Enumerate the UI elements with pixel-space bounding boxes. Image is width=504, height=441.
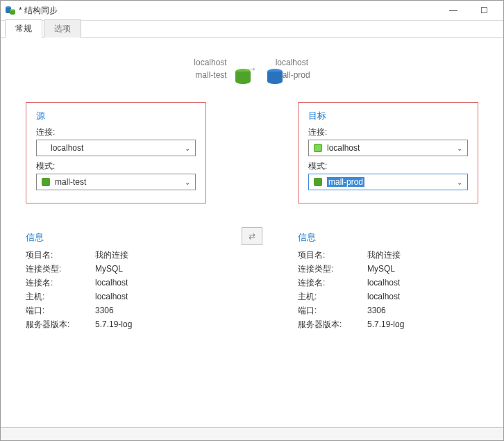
label-project: 项目名: [298,248,367,262]
minimize-icon: — [449,6,457,15]
target-pane: 目标 连接: localhost ⌄ 模式: mall-prod ⌄ [298,102,478,331]
target-server-ver: 5.7.19-log [367,317,404,331]
target-box: 目标 连接: localhost ⌄ 模式: mall-prod ⌄ [298,102,478,203]
source-title: 源 [36,110,196,122]
label-host: 主机: [298,290,367,303]
label-server-ver: 服务器版本: [26,317,95,331]
target-schema-value: mall-prod [327,177,455,187]
label-port: 端口: [298,303,367,317]
target-host: localhost [367,290,400,303]
chevron-down-icon: ⌄ [455,144,464,152]
source-info: 信息 项目名:我的连接 连接类型:MySQL 连接名:localhost 主机:… [26,231,206,331]
source-info-title: 信息 [26,231,206,244]
chevron-down-icon: ⌄ [183,178,192,186]
summary-row: localhost mall-test → localhost mall-pro… [26,56,478,81]
swap-icon: ⇄ [249,231,255,241]
target-conn-type: MySQL [367,262,395,276]
panes: 源 连接: localhost ⌄ 模式: mall-test ⌄ 信息 [26,102,478,331]
database-mini-green-icon [313,177,323,187]
source-schema-label: 模式: [36,160,196,172]
target-info: 信息 项目名:我的连接 连接类型:MySQL 连接名:localhost 主机:… [298,231,478,331]
source-port: 3306 [95,303,114,317]
label-conn-type: 连接类型: [26,262,95,276]
label-port: 端口: [26,303,95,317]
source-schema-select[interactable]: mall-test ⌄ [36,174,196,190]
chevron-down-icon: ⌄ [455,178,464,186]
titlebar: * 结构同步 — ☐ [1,1,503,21]
app-icon [5,4,16,17]
maximize-button[interactable]: ☐ [469,1,499,20]
source-host: localhost [95,290,128,303]
label-host: 主机: [26,290,95,303]
swap-column: ⇄ [242,227,262,245]
summary-target-conn: localhost [276,56,310,69]
target-connection-label: 连接: [308,126,468,138]
chevron-down-icon: ⌄ [183,144,192,152]
minimize-button[interactable]: — [438,1,469,20]
source-conn-type: MySQL [95,262,123,276]
summary-target: localhost mall-prod [267,56,310,81]
tab-options[interactable]: 选项 [44,19,81,38]
target-schema-select[interactable]: mall-prod ⌄ [308,174,468,190]
status-bar [1,427,503,440]
database-mini-green-icon [41,177,51,187]
window-title: * 结构同步 [19,5,58,17]
tab-bar: 常规 选项 [1,21,503,38]
source-server-ver: 5.7.19-log [95,317,132,331]
summary-source-conn: localhost [194,56,226,69]
label-conn-name: 连接名: [26,276,95,290]
target-connection-value: localhost [327,143,455,153]
window-controls: — ☐ [438,1,499,20]
swap-button[interactable]: ⇄ [242,227,262,245]
target-schema-label: 模式: [308,160,468,172]
summary-source: localhost mall-test [194,56,235,81]
label-conn-type: 连接类型: [298,262,367,276]
tab-general-label: 常规 [15,24,32,33]
source-connection-select[interactable]: localhost ⌄ [36,140,196,156]
tab-options-label: 选项 [54,24,71,33]
target-conn-name: localhost [367,276,400,290]
source-pane: 源 连接: localhost ⌄ 模式: mall-test ⌄ 信息 [26,102,206,331]
label-server-ver: 服务器版本: [298,317,367,331]
source-schema-value: mall-test [55,177,183,187]
source-connection-label: 连接: [36,126,196,138]
label-project: 项目名: [26,248,95,262]
target-info-title: 信息 [298,231,478,244]
target-connection-select[interactable]: localhost ⌄ [308,140,468,156]
summary-source-schema: mall-test [194,69,226,81]
window: * 结构同步 — ☐ 常规 选项 localhost mall-test → [0,0,504,441]
target-project: 我的连接 [367,248,401,262]
source-connection-value: localhost [41,143,183,153]
tab-general[interactable]: 常规 [5,19,42,38]
label-conn-name: 连接名: [298,276,367,290]
source-conn-name: localhost [95,276,128,290]
connection-mini-icon [313,143,323,153]
source-box: 源 连接: localhost ⌄ 模式: mall-test ⌄ [26,102,206,203]
source-project: 我的连接 [95,248,128,262]
maximize-icon: ☐ [480,6,488,15]
content-area: localhost mall-test → localhost mall-pro… [1,38,503,427]
svg-point-5 [10,12,15,15]
target-title: 目标 [308,110,468,122]
target-port: 3306 [367,303,386,317]
